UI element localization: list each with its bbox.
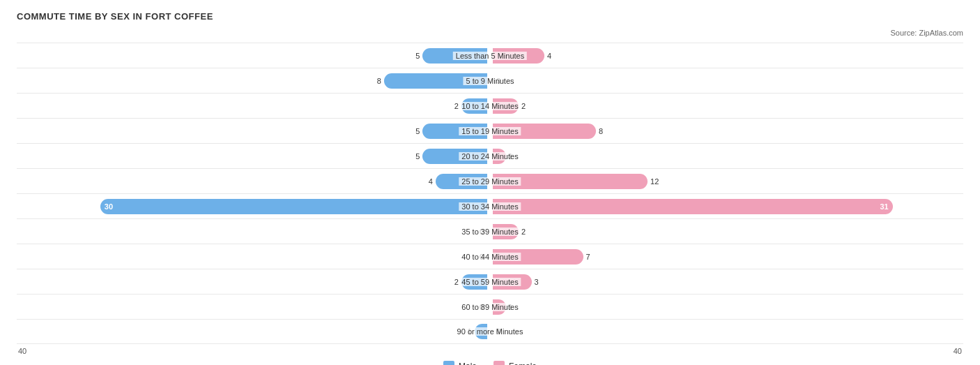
left-side: 4 [17,169,490,193]
left-side: 1 [17,320,490,343]
bar-row: 2 45 to 59 Minutes 3 [17,269,963,294]
chart-area: 5 Less than 5 Minutes 4 8 5 to 9 Minutes… [17,43,963,344]
female-value: 7 [586,253,590,261]
axis-labels: 40 40 [17,347,963,355]
female-bar [493,274,532,290]
legend-female-swatch [493,361,505,365]
legend-male-label: Male [459,362,477,365]
left-side: 5 [17,144,490,168]
female-bar [493,249,583,265]
female-value: 12 [650,177,659,186]
bar-row: 0 35 to 39 Minutes 2 [17,218,963,244]
axis-right: 40 [954,347,962,355]
male-value: 5 [415,152,420,161]
left-side: 8 [17,68,490,93]
male-value: 4 [429,177,433,186]
left-side: 5 [17,119,490,143]
female-value: 2 [521,228,526,236]
right-side: 3 [490,269,963,294]
source-label: Source: ZipAtlas.com [17,29,963,37]
female-value: 1 [509,303,513,311]
right-side: 0 [490,320,963,343]
female-bar [493,124,596,139]
bar-row: 5 15 to 19 Minutes 8 [17,118,963,143]
male-value: 30 [105,202,113,211]
right-side: 7 [490,244,963,269]
bar-row: 30 30 to 34 Minutes 31 [17,193,963,218]
right-side: 31 [490,194,963,218]
female-value: 0 [496,77,500,85]
legend-male: Male [443,361,477,365]
male-bar: 30 [100,199,487,214]
axis-left: 40 [18,347,26,355]
male-bar [422,48,487,64]
left-side: 2 [17,269,490,294]
male-value: 5 [415,52,420,60]
male-bar [475,324,488,339]
left-side: 30 [17,194,490,218]
female-bar: 31 [493,199,893,214]
right-side: 12 [490,169,963,193]
legend-female-label: Female [509,362,537,365]
left-side: 2 [17,94,490,118]
female-bar [493,149,506,164]
bar-row: 4 25 to 29 Minutes 12 [17,168,963,193]
male-value: 1 [467,327,471,336]
male-bar [422,149,487,164]
bar-row: 8 5 to 9 Minutes 0 [17,68,963,93]
right-side: 4 [490,43,963,68]
bar-row: 5 20 to 24 Minutes 1 [17,143,963,168]
female-value: 31 [880,202,889,211]
female-value: 4 [547,52,551,60]
right-side: 2 [490,94,963,118]
female-bar [493,299,506,315]
male-bar [461,274,487,290]
female-value: 2 [521,102,526,110]
left-side: 0 [17,295,490,319]
bar-row: 1 90 or more Minutes 0 [17,319,963,344]
left-side: 0 [17,244,490,269]
female-value: 3 [535,278,539,286]
male-value: 2 [454,278,459,286]
bar-row: 0 60 to 89 Minutes 1 [17,294,963,319]
male-bar [422,124,487,139]
male-value: 2 [454,102,459,110]
female-value: 0 [496,327,500,336]
right-side: 0 [490,68,963,93]
legend-female: Female [493,361,537,365]
right-side: 8 [490,119,963,143]
left-side: 0 [17,219,490,244]
female-bar [493,48,544,64]
male-value: 0 [480,253,484,261]
bar-row: 2 10 to 14 Minutes 2 [17,93,963,118]
male-bar [461,98,487,114]
female-value: 8 [599,127,603,135]
right-side: 1 [490,144,963,168]
right-side: 1 [490,295,963,319]
female-bar [493,98,519,114]
right-side: 2 [490,219,963,244]
male-value: 8 [377,77,381,85]
male-value: 0 [480,303,484,311]
male-bar [436,174,487,189]
female-bar [493,224,519,239]
legend: Male Female [17,361,963,365]
male-value: 5 [415,127,420,135]
female-bar [493,174,648,189]
legend-male-swatch [443,361,454,365]
page-title: COMMUTE TIME BY SEX IN FORT COFFEE [17,11,963,22]
bar-row: 5 Less than 5 Minutes 4 [17,43,963,68]
male-value: 0 [480,228,484,236]
male-bar [384,73,487,89]
female-value: 1 [509,152,513,161]
bar-row: 0 40 to 44 Minutes 7 [17,244,963,269]
left-side: 5 [17,43,490,68]
